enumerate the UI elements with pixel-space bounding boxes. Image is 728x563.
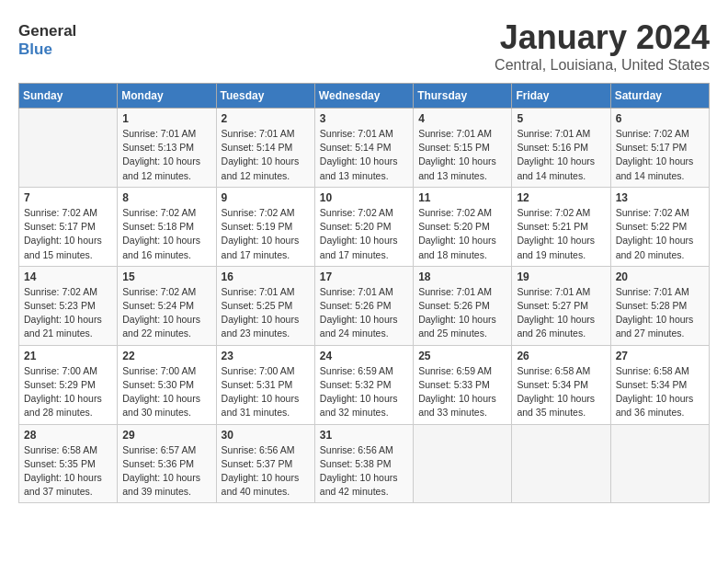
header-row: SundayMondayTuesdayWednesdayThursdayFrid… <box>19 84 710 109</box>
day-number: 26 <box>517 350 605 362</box>
header-cell-sunday: Sunday <box>19 84 118 109</box>
day-info: Sunrise: 6:56 AM Sunset: 5:38 PM Dayligh… <box>320 443 408 500</box>
header-cell-saturday: Saturday <box>610 84 709 109</box>
day-cell: 23Sunrise: 7:00 AM Sunset: 5:31 PM Dayli… <box>216 345 314 424</box>
day-info: Sunrise: 7:01 AM Sunset: 5:25 PM Dayligh… <box>222 285 310 341</box>
day-cell: 6Sunrise: 7:02 AM Sunset: 5:17 PM Daylig… <box>610 109 709 188</box>
day-cell: 4Sunrise: 7:01 AM Sunset: 5:15 PM Daylig… <box>414 109 512 188</box>
week-row-5: 28Sunrise: 6:58 AM Sunset: 5:35 PM Dayli… <box>19 424 710 503</box>
day-number: 14 <box>24 270 112 283</box>
day-cell: 30Sunrise: 6:56 AM Sunset: 5:37 PM Dayli… <box>216 424 314 503</box>
day-cell: 5Sunrise: 7:01 AM Sunset: 5:16 PM Daylig… <box>512 109 610 188</box>
day-info: Sunrise: 7:02 AM Sunset: 5:20 PM Dayligh… <box>418 206 506 262</box>
day-number: 8 <box>122 191 210 204</box>
week-row-4: 21Sunrise: 7:00 AM Sunset: 5:29 PM Dayli… <box>19 345 710 424</box>
day-info: Sunrise: 7:00 AM Sunset: 5:29 PM Dayligh… <box>24 364 112 420</box>
day-cell: 20Sunrise: 7:01 AM Sunset: 5:28 PM Dayli… <box>610 266 709 345</box>
day-number: 3 <box>320 112 408 125</box>
day-number: 22 <box>122 350 210 362</box>
day-number: 9 <box>222 191 310 204</box>
logo-text: General Blue <box>18 22 76 58</box>
day-info: Sunrise: 6:57 AM Sunset: 5:36 PM Dayligh… <box>122 443 210 500</box>
day-info: Sunrise: 7:00 AM Sunset: 5:31 PM Dayligh… <box>222 364 310 420</box>
day-cell: 28Sunrise: 6:58 AM Sunset: 5:35 PM Dayli… <box>19 424 118 503</box>
week-row-2: 7Sunrise: 7:02 AM Sunset: 5:17 PM Daylig… <box>19 187 710 266</box>
day-number: 24 <box>320 350 408 362</box>
header-cell-wednesday: Wednesday <box>314 84 413 109</box>
day-info: Sunrise: 7:02 AM Sunset: 5:17 PM Dayligh… <box>616 127 704 183</box>
day-info: Sunrise: 7:02 AM Sunset: 5:17 PM Dayligh… <box>24 206 112 262</box>
week-row-3: 14Sunrise: 7:02 AM Sunset: 5:23 PM Dayli… <box>19 266 710 345</box>
day-cell: 10Sunrise: 7:02 AM Sunset: 5:20 PM Dayli… <box>314 187 413 266</box>
day-number: 11 <box>418 191 506 204</box>
day-number: 13 <box>616 191 704 204</box>
page-header: General Blue January 2024 Central, Louis… <box>18 18 710 74</box>
day-cell: 13Sunrise: 7:02 AM Sunset: 5:22 PM Dayli… <box>610 187 709 266</box>
header-cell-friday: Friday <box>512 84 610 109</box>
day-info: Sunrise: 7:01 AM Sunset: 5:16 PM Dayligh… <box>517 127 605 183</box>
day-cell: 31Sunrise: 6:56 AM Sunset: 5:38 PM Dayli… <box>314 424 413 503</box>
day-cell: 21Sunrise: 7:00 AM Sunset: 5:29 PM Dayli… <box>19 345 118 424</box>
day-number: 18 <box>418 270 506 283</box>
day-number: 1 <box>122 112 210 125</box>
day-cell <box>414 424 512 503</box>
week-row-1: 1Sunrise: 7:01 AM Sunset: 5:13 PM Daylig… <box>19 109 710 188</box>
day-number: 31 <box>320 429 408 442</box>
day-number: 6 <box>616 112 704 125</box>
day-info: Sunrise: 7:01 AM Sunset: 5:14 PM Dayligh… <box>320 127 408 183</box>
day-info: Sunrise: 6:58 AM Sunset: 5:35 PM Dayligh… <box>24 443 112 500</box>
day-info: Sunrise: 7:02 AM Sunset: 5:19 PM Dayligh… <box>222 206 310 262</box>
logo: General Blue <box>18 18 76 58</box>
day-number: 23 <box>222 350 310 362</box>
day-number: 2 <box>222 112 310 125</box>
header-cell-tuesday: Tuesday <box>216 84 314 109</box>
logo-blue-text: Blue <box>18 40 76 59</box>
day-number: 15 <box>122 270 210 283</box>
day-cell <box>610 424 709 503</box>
day-info: Sunrise: 7:01 AM Sunset: 5:14 PM Dayligh… <box>222 127 310 183</box>
day-info: Sunrise: 7:02 AM Sunset: 5:21 PM Dayligh… <box>517 206 605 262</box>
day-cell: 7Sunrise: 7:02 AM Sunset: 5:17 PM Daylig… <box>19 187 118 266</box>
day-cell: 14Sunrise: 7:02 AM Sunset: 5:23 PM Dayli… <box>19 266 118 345</box>
day-info: Sunrise: 7:01 AM Sunset: 5:15 PM Dayligh… <box>418 127 506 183</box>
day-number: 29 <box>122 429 210 442</box>
day-number: 30 <box>222 429 310 442</box>
day-cell <box>19 109 118 188</box>
day-cell: 25Sunrise: 6:59 AM Sunset: 5:33 PM Dayli… <box>414 345 512 424</box>
day-number: 5 <box>517 112 605 125</box>
day-number: 10 <box>320 191 408 204</box>
calendar-table: SundayMondayTuesdayWednesdayThursdayFrid… <box>18 83 710 503</box>
day-number: 27 <box>616 350 704 362</box>
day-info: Sunrise: 7:02 AM Sunset: 5:24 PM Dayligh… <box>122 285 210 341</box>
calendar-body: 1Sunrise: 7:01 AM Sunset: 5:13 PM Daylig… <box>19 109 710 503</box>
day-cell: 3Sunrise: 7:01 AM Sunset: 5:14 PM Daylig… <box>314 109 413 188</box>
day-cell: 2Sunrise: 7:01 AM Sunset: 5:14 PM Daylig… <box>216 109 314 188</box>
calendar-title: January 2024 <box>495 18 710 57</box>
day-info: Sunrise: 6:59 AM Sunset: 5:33 PM Dayligh… <box>418 364 506 420</box>
day-number: 12 <box>517 191 605 204</box>
day-info: Sunrise: 6:58 AM Sunset: 5:34 PM Dayligh… <box>616 364 704 420</box>
day-info: Sunrise: 7:02 AM Sunset: 5:22 PM Dayligh… <box>616 206 704 262</box>
day-info: Sunrise: 7:01 AM Sunset: 5:27 PM Dayligh… <box>517 285 605 341</box>
title-section: January 2024 Central, Louisiana, United … <box>495 18 710 74</box>
day-cell <box>512 424 610 503</box>
day-info: Sunrise: 7:01 AM Sunset: 5:13 PM Dayligh… <box>122 127 210 183</box>
day-info: Sunrise: 7:02 AM Sunset: 5:18 PM Dayligh… <box>122 206 210 262</box>
day-cell: 18Sunrise: 7:01 AM Sunset: 5:26 PM Dayli… <box>414 266 512 345</box>
day-number: 25 <box>418 350 506 362</box>
day-cell: 8Sunrise: 7:02 AM Sunset: 5:18 PM Daylig… <box>118 187 216 266</box>
day-cell: 1Sunrise: 7:01 AM Sunset: 5:13 PM Daylig… <box>118 109 216 188</box>
day-cell: 12Sunrise: 7:02 AM Sunset: 5:21 PM Dayli… <box>512 187 610 266</box>
day-number: 16 <box>222 270 310 283</box>
day-info: Sunrise: 7:01 AM Sunset: 5:28 PM Dayligh… <box>616 285 704 341</box>
day-cell: 11Sunrise: 7:02 AM Sunset: 5:20 PM Dayli… <box>414 187 512 266</box>
day-cell: 26Sunrise: 6:58 AM Sunset: 5:34 PM Dayli… <box>512 345 610 424</box>
day-cell: 15Sunrise: 7:02 AM Sunset: 5:24 PM Dayli… <box>118 266 216 345</box>
day-cell: 27Sunrise: 6:58 AM Sunset: 5:34 PM Dayli… <box>610 345 709 424</box>
day-number: 4 <box>418 112 506 125</box>
day-cell: 29Sunrise: 6:57 AM Sunset: 5:36 PM Dayli… <box>118 424 216 503</box>
day-number: 19 <box>517 270 605 283</box>
day-info: Sunrise: 6:56 AM Sunset: 5:37 PM Dayligh… <box>222 443 310 500</box>
calendar-subtitle: Central, Louisiana, United States <box>495 57 710 74</box>
day-cell: 24Sunrise: 6:59 AM Sunset: 5:32 PM Dayli… <box>314 345 413 424</box>
